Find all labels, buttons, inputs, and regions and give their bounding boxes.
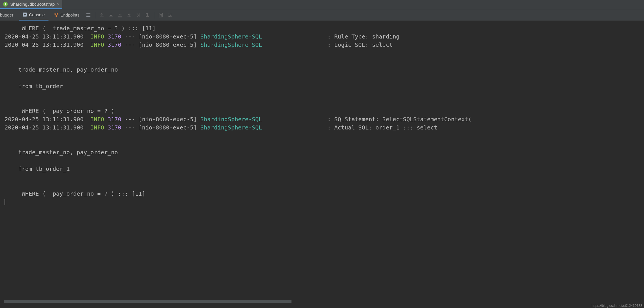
tab-endpoints-label: Endpoints <box>60 13 80 17</box>
console-line: WHERE ( trade_master_no = ? ) ::: [11] <box>5 24 644 33</box>
console-line <box>5 99 644 107</box>
svg-rect-14 <box>169 13 169 14</box>
watermark-link: https://blog.csdn.net/u012410733 <box>592 304 642 308</box>
tab-console-label: Console <box>29 12 45 17</box>
console-line <box>5 173 644 181</box>
step-out-icon[interactable] <box>135 11 142 19</box>
console-line: from tb_order_1 <box>5 165 644 173</box>
console-line: WHERE ( pay_order_no = ? ) <box>5 107 644 115</box>
console-line <box>5 90 644 99</box>
svg-rect-16 <box>169 16 170 17</box>
toolbar-separator <box>154 12 154 19</box>
console-line <box>5 49 644 57</box>
console-line: from tb_order <box>5 82 644 90</box>
tab-console[interactable]: Console <box>19 9 48 21</box>
console-line: 2020-04-25 13:11:31.900 INFO 3170 --- [n… <box>5 41 644 49</box>
toolwindow-toolbar: bugger Console Endpoints <box>0 9 644 21</box>
export-up-icon[interactable] <box>98 11 106 19</box>
settings-sliders-icon[interactable] <box>166 11 174 19</box>
svg-rect-7 <box>160 14 162 15</box>
close-icon[interactable]: × <box>57 2 59 7</box>
download-icon[interactable] <box>107 11 115 19</box>
toolbar-separator <box>95 12 95 19</box>
console-line: 2020-04-25 13:11:31.900 INFO 3170 --- [n… <box>5 123 644 132</box>
tab-endpoints[interactable]: Endpoints <box>50 9 83 21</box>
console-line <box>5 132 644 140</box>
run-icon <box>23 12 27 17</box>
svg-point-10 <box>161 15 162 16</box>
editor-tab-title: ShardingJdbcBootstrap <box>10 2 55 7</box>
console-line: trade_master_no, pay_order_no <box>5 148 644 157</box>
tab-debugger-label: bugger <box>0 13 13 17</box>
svg-point-8 <box>160 15 160 16</box>
endpoints-icon <box>54 13 58 17</box>
svg-point-9 <box>161 15 161 16</box>
svg-point-13 <box>161 16 162 17</box>
tab-debugger[interactable]: bugger <box>0 9 17 21</box>
console-line: WHERE ( pay_order_no = ? ) ::: [11] <box>5 190 644 198</box>
text-cursor <box>5 199 5 205</box>
status-bar: https://blog.csdn.net/u012410733 <box>0 303 644 308</box>
spring-boot-icon <box>3 2 8 7</box>
svg-point-12 <box>161 16 161 17</box>
soft-wrap-icon[interactable] <box>85 11 92 19</box>
console-line: 2020-04-25 13:11:31.900 INFO 3170 --- [n… <box>5 115 644 123</box>
console-line <box>5 181 644 190</box>
console-line <box>5 74 644 82</box>
editor-tab-bar: ShardingJdbcBootstrap × <box>0 0 644 9</box>
scrollbar-thumb[interactable] <box>4 300 291 303</box>
editor-tab-shardingjdbcbootstrap[interactable]: ShardingJdbcBootstrap × <box>0 0 62 9</box>
console-line <box>5 140 644 148</box>
console-line <box>5 57 644 66</box>
upload-icon[interactable] <box>125 11 133 19</box>
console-line: 2020-04-25 13:11:31.900 INFO 3170 --- [n… <box>5 33 644 41</box>
svg-point-11 <box>160 16 160 17</box>
console-cursor-line <box>5 198 644 206</box>
svg-rect-15 <box>170 15 171 15</box>
console-output[interactable]: WHERE ( trade_master_no = ? ) ::: [11]20… <box>0 21 644 303</box>
horizontal-scrollbar[interactable] <box>4 300 643 303</box>
console-line <box>5 157 644 165</box>
calculator-icon[interactable] <box>157 11 165 19</box>
step-into-icon[interactable] <box>144 11 151 19</box>
download-to-line-icon[interactable] <box>116 11 124 19</box>
console-line: trade_master_no, pay_order_no <box>5 66 644 74</box>
